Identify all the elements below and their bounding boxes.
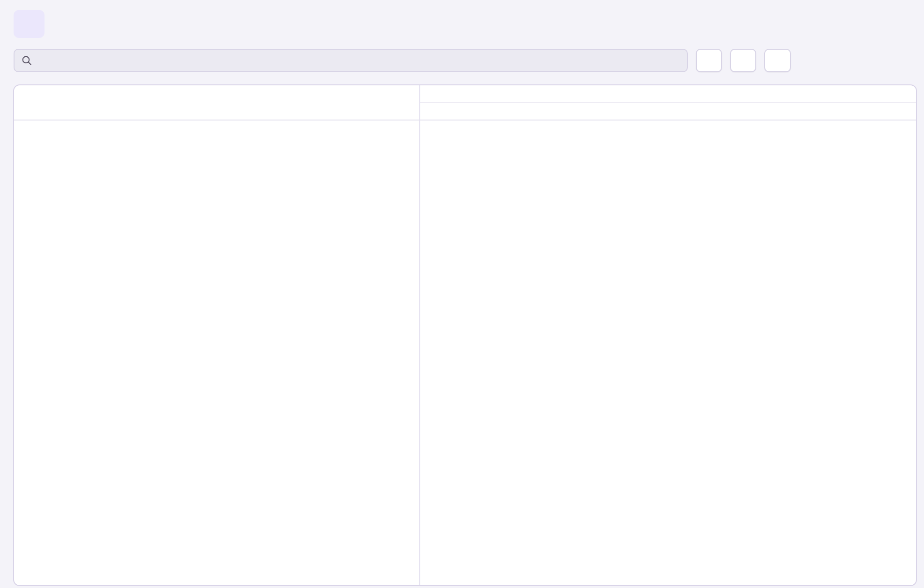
settings-button[interactable] (764, 49, 791, 72)
trace-waterfall-screen (0, 0, 924, 588)
span-waterfall-chart (419, 85, 917, 585)
search-box[interactable] (14, 49, 688, 72)
search-icon (21, 55, 33, 67)
waterfall-panel (13, 84, 917, 586)
axis-top-divider (420, 102, 917, 103)
reset-zoom-button[interactable] (730, 49, 756, 72)
span-tree (14, 85, 419, 585)
search-input[interactable] (21, 54, 680, 67)
header-divider (14, 120, 916, 121)
tab-waterfall[interactable] (14, 10, 45, 38)
toolbar (14, 49, 916, 72)
open-in-explore-button[interactable] (696, 49, 722, 72)
